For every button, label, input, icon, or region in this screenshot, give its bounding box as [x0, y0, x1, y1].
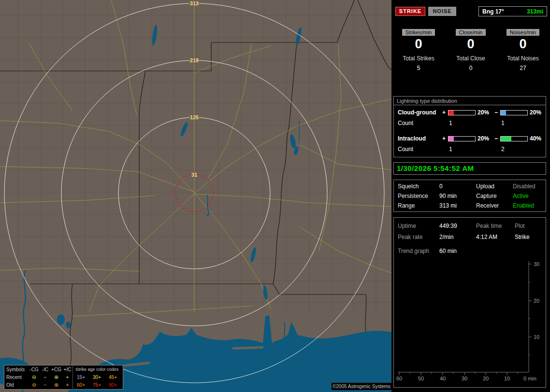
intracloud-count-row: Count 1 2 — [394, 146, 546, 153]
strikes-per-min-value: 0 — [392, 37, 445, 51]
upload-label: Upload — [476, 183, 494, 190]
upload-status: Disabled — [513, 183, 536, 190]
origin-label: 0 min — [523, 376, 536, 381]
datetime-value: 1/30/2026 5:54:52 AM — [397, 164, 474, 172]
map-area[interactable]: 313 219 125 31 Symbols -CG -IC +CG +IC S… — [0, 0, 391, 392]
x-tick-50: 50 — [418, 376, 424, 381]
axis-labels: 30 20 10 60 50 40 30 20 10 0 min — [396, 261, 539, 381]
cg-plus-pct: 20% — [478, 110, 489, 116]
persistence-label: Persistence — [398, 193, 428, 199]
count-label: Count — [398, 146, 413, 153]
receiver-status: Enabled — [513, 202, 534, 209]
cloud-ground-row: Cloud-ground + 20% − 20% — [394, 110, 546, 116]
ic-plus-bar — [448, 136, 476, 141]
squelch-value: 0 — [439, 183, 443, 190]
x-tick-10: 10 — [504, 376, 510, 381]
legend-symbols-header: Symbols — [4, 367, 29, 372]
ic-minus-bar-fill — [501, 137, 511, 141]
capture-status: Active — [513, 193, 529, 199]
pos-cg-recent-icon: ⊕ — [51, 375, 62, 379]
ic-plus-bar-fill — [449, 137, 454, 141]
total-noises-value: 27 — [497, 65, 549, 71]
stats-panel: Uptime 449:39 Peak time Plot Peak rate 2… — [393, 217, 546, 388]
map-canvas: 313 219 125 31 — [0, 0, 391, 392]
pos-ic-old-icon: + — [62, 382, 73, 387]
neg-ic-recent-icon: − — [40, 375, 51, 379]
plus-sign: + — [442, 110, 446, 116]
noises-per-min-label: Noises/min — [507, 29, 539, 36]
uptime-value: 449:39 — [439, 223, 457, 229]
y-tick-20: 20 — [534, 298, 539, 304]
lightning-distribution-panel: Lightning type distribution Cloud-ground… — [393, 96, 546, 157]
capture-label: Capture — [476, 193, 497, 199]
range-value: 313 mi — [439, 202, 457, 209]
x-axis-ticks — [399, 372, 518, 375]
cloud-ground-label: Cloud-ground — [398, 110, 436, 116]
age-60: 60+ — [73, 382, 89, 388]
legend-type-pos-ic: +IC — [62, 367, 73, 372]
side-panel: STRIKE NOISE Bng 17° 313mi Strikes/min 0… — [392, 0, 550, 392]
plus-sign: + — [442, 136, 446, 142]
uptime-label: Uptime — [398, 223, 416, 229]
counter-noises: Noises/min 0 Total Noises 27 — [497, 29, 549, 71]
peak-time-label: Peak time — [476, 223, 502, 229]
counter-close: Close/min 0 Total Close 0 — [445, 29, 497, 71]
legend-type-neg-cg: -CG — [29, 367, 40, 372]
minus-sign: − — [494, 136, 498, 142]
x-tick-30: 30 — [462, 376, 467, 381]
trend-graph-label: Trend graph — [398, 248, 429, 254]
peak-rate-value: 2/min — [439, 234, 453, 240]
counters: Strikes/min 0 Total Strikes 5 Close/min … — [392, 29, 550, 71]
intracloud-label: Intracloud — [398, 136, 426, 142]
noise-button[interactable]: NOISE — [428, 7, 456, 16]
persistence-value: 90 min — [439, 193, 457, 199]
cg-minus-pct: 20% — [530, 110, 541, 116]
squelch-label: Squelch — [398, 183, 419, 190]
cg-plus-bar-fill — [449, 111, 454, 115]
x-tick-60: 60 — [396, 376, 402, 381]
plot-label: Plot — [515, 223, 525, 229]
counter-strikes: Strikes/min 0 Total Strikes 5 — [392, 29, 445, 71]
total-close-label: Total Close — [445, 55, 497, 62]
age-15: 15+ — [73, 375, 89, 380]
noises-per-min-value: 0 — [497, 37, 549, 51]
ring-label-219: 219 — [190, 57, 199, 63]
bearing-range-value: 313mi — [527, 8, 543, 15]
distribution-title: Lightning type distribution — [394, 97, 546, 105]
legend-old-label: Old — [4, 382, 29, 388]
ring-label-313: 313 — [190, 0, 199, 6]
age-30: 30+ — [89, 375, 105, 380]
neg-cg-recent-icon: ⊖ — [29, 375, 40, 379]
map-legend: Symbols -CG -IC +CG +IC Strike age color… — [4, 365, 123, 390]
cg-minus-bar — [500, 110, 528, 115]
app-window: 313 219 125 31 Symbols -CG -IC +CG +IC S… — [0, 0, 550, 392]
trend-window-value: 60 min — [439, 248, 457, 254]
receiver-label: Receiver — [476, 202, 499, 209]
legend-age-header: Strike age color codes — [73, 367, 121, 372]
total-close-value: 0 — [445, 65, 497, 71]
peak-time-value: 4:12 AM — [476, 234, 497, 240]
cg-plus-count: 1 — [449, 120, 452, 126]
peak-rate-label: Peak rate — [398, 234, 422, 240]
y-axis-ticks — [529, 264, 532, 355]
minus-sign: − — [494, 110, 498, 116]
trend-graph: 30 20 10 60 50 40 30 20 10 0 min — [395, 259, 546, 386]
legend-header-row: Symbols -CG -IC +CG +IC Strike age color… — [4, 365, 123, 373]
age-45: 45+ — [105, 375, 121, 380]
range-label: Range — [398, 202, 415, 209]
datetime-panel: 1/30/2026 5:54:52 AM — [393, 162, 546, 175]
strike-button[interactable]: STRIKE — [395, 7, 425, 16]
pos-ic-recent-icon: + — [62, 375, 73, 379]
copyright: ©2005 Astrogenic Systems — [332, 383, 391, 390]
x-tick-20: 20 — [483, 376, 489, 381]
y-tick-10: 10 — [534, 334, 539, 340]
ic-minus-count: 2 — [501, 146, 505, 153]
neg-ic-old-icon: − — [40, 382, 51, 387]
legend-recent-row: Recent ⊖ − ⊕ + 15+ 30+ 45+ — [4, 373, 123, 381]
plot-type-value: Strike — [515, 234, 530, 240]
total-strikes-label: Total Strikes — [392, 55, 445, 62]
pos-cg-old-icon: ⊕ — [51, 382, 62, 387]
cg-plus-bar — [448, 110, 476, 115]
legend-type-pos-cg: +CG — [51, 367, 62, 372]
total-strikes-value: 5 — [392, 65, 445, 71]
